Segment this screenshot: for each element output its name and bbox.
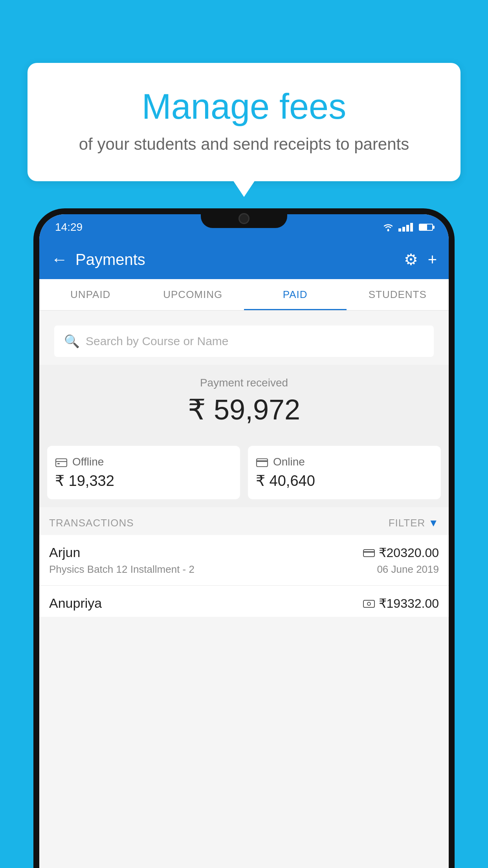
svg-rect-3 xyxy=(257,459,268,467)
status-icons xyxy=(382,223,433,232)
transaction-card-icon xyxy=(363,548,375,557)
svg-rect-1 xyxy=(56,459,67,467)
transaction-date: 06 June 2019 xyxy=(377,563,439,576)
transaction-detail: Physics Batch 12 Installment - 2 xyxy=(49,563,194,576)
background: Manage fees of your students and send re… xyxy=(0,0,488,868)
add-button[interactable]: + xyxy=(428,251,437,268)
search-icon: 🔍 xyxy=(64,334,80,349)
transactions-label: TRANSACTIONS xyxy=(49,517,134,529)
partial-amount-wrap: ₹19332.00 xyxy=(363,596,439,611)
transaction-top: Arjun ₹20320.00 xyxy=(49,545,439,560)
transaction-amount: ₹20320.00 xyxy=(379,545,439,560)
svg-rect-2 xyxy=(57,463,60,464)
online-card-header: Online xyxy=(256,456,433,468)
phone-camera xyxy=(238,213,250,224)
partial-top: Anupriya ₹19332.00 xyxy=(49,596,439,611)
transaction-cash-icon xyxy=(363,599,375,608)
tab-paid[interactable]: PAID xyxy=(244,279,347,310)
tab-students[interactable]: STUDENTS xyxy=(347,279,449,310)
phone-screen: 14:29 xyxy=(39,214,449,868)
phone-notch xyxy=(201,208,287,228)
phone-device: 14:29 xyxy=(33,208,455,868)
transaction-row: Anupriya ₹19332.00 xyxy=(39,586,449,617)
offline-card-header: Offline xyxy=(55,456,232,468)
tab-unpaid[interactable]: UNPAID xyxy=(39,279,142,310)
online-amount: ₹ 40,640 xyxy=(256,472,433,489)
payment-summary: Payment received ₹ 59,972 xyxy=(39,365,449,438)
transaction-name: Anupriya xyxy=(49,596,102,611)
filter-icon: ▼ xyxy=(428,517,439,529)
transaction-amount-wrap: ₹20320.00 xyxy=(363,545,439,560)
payment-amount: ₹ 59,972 xyxy=(47,393,441,426)
status-time: 14:29 xyxy=(55,221,83,234)
transaction-amount: ₹19332.00 xyxy=(379,596,439,611)
transaction-row: Arjun ₹20320.00 Physics Batch 12 Install… xyxy=(39,535,449,586)
transaction-bottom: Physics Batch 12 Installment - 2 06 June… xyxy=(49,563,439,576)
bubble-title: Manage fees xyxy=(47,86,441,127)
online-label: Online xyxy=(273,456,305,468)
online-icon xyxy=(256,456,268,467)
back-button[interactable]: ← xyxy=(51,250,68,269)
svg-point-0 xyxy=(387,229,389,231)
svg-point-6 xyxy=(367,602,371,605)
settings-button[interactable]: ⚙ xyxy=(404,250,418,268)
svg-rect-5 xyxy=(363,600,374,607)
payment-label: Payment received xyxy=(47,377,441,389)
app-title: Payments xyxy=(75,251,404,268)
filter-button[interactable]: FILTER ▼ xyxy=(389,517,439,529)
signal-icon xyxy=(398,223,413,232)
bubble-subtitle: of your students and send receipts to pa… xyxy=(47,135,441,154)
tab-bar: UNPAID UPCOMING PAID STUDENTS xyxy=(39,279,449,311)
online-card: Online ₹ 40,640 xyxy=(248,446,441,499)
transaction-name: Arjun xyxy=(49,545,80,560)
speech-bubble: Manage fees of your students and send re… xyxy=(28,63,460,181)
tab-upcoming[interactable]: UPCOMING xyxy=(142,279,244,310)
filter-label: FILTER xyxy=(389,517,426,529)
offline-label: Offline xyxy=(72,456,104,468)
battery-icon xyxy=(419,224,433,231)
app-bar: ← Payments ⚙ + xyxy=(39,240,449,279)
svg-rect-4 xyxy=(363,550,374,557)
offline-amount: ₹ 19,332 xyxy=(55,472,232,489)
transactions-header: TRANSACTIONS FILTER ▼ xyxy=(39,507,449,535)
offline-card: Offline ₹ 19,332 xyxy=(47,446,240,499)
wifi-icon xyxy=(382,223,394,232)
search-bar[interactable]: 🔍 Search by Course or Name xyxy=(54,326,434,357)
app-bar-actions: ⚙ + xyxy=(404,250,437,268)
cards-row: Offline ₹ 19,332 Online ₹ 40,640 xyxy=(39,438,449,507)
offline-icon xyxy=(55,456,68,467)
search-placeholder: Search by Course or Name xyxy=(86,335,229,348)
